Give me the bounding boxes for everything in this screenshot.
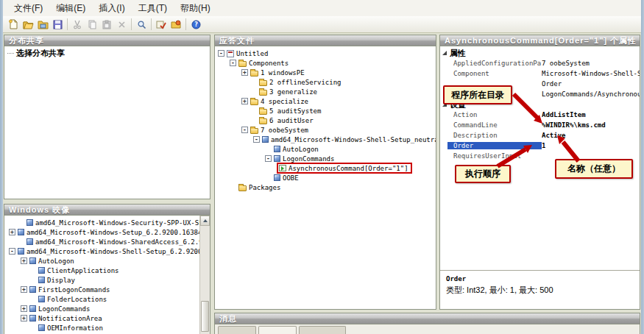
messages-tab-strip bbox=[215, 324, 640, 334]
tree-item[interactable]: +1 windowsPE bbox=[215, 68, 436, 77]
tree-item[interactable]: 5 auditSystem bbox=[215, 106, 436, 116]
messages-tab[interactable] bbox=[299, 326, 346, 334]
tree-item[interactable]: amd64_Microsoft-Windows-Security-SPP-UX-… bbox=[4, 218, 210, 227]
messages-tab[interactable] bbox=[218, 326, 256, 334]
property-label: Description bbox=[447, 132, 542, 139]
tree-item-label: Components bbox=[249, 60, 289, 67]
tree-connector bbox=[7, 53, 14, 54]
menu-tools[interactable]: 工具(T) bbox=[132, 1, 174, 16]
windows-image-scrollbar[interactable] bbox=[199, 216, 210, 334]
menu-help[interactable]: 帮助(H) bbox=[174, 1, 217, 16]
red-highlight-box: AsynchronousCommand[Order="1"] bbox=[277, 163, 412, 174]
tree-item[interactable]: 2 offlineServicing bbox=[215, 77, 436, 87]
tree-item[interactable]: amd64_Microsoft-Windows-SharedAccess_6.2… bbox=[4, 237, 210, 246]
property-row-description[interactable]: DescriptionActive bbox=[440, 130, 640, 141]
create-catalog-button[interactable] bbox=[169, 18, 183, 32]
tree-item[interactable]: -amd64_Microsoft-Windows-Shell-Setup_6.2… bbox=[4, 246, 210, 256]
collapse-toggle[interactable]: - bbox=[265, 155, 272, 162]
component-cube-icon bbox=[18, 248, 24, 255]
tree-item[interactable]: OOBE bbox=[215, 173, 436, 182]
tree-item-label: 2 offlineServicing bbox=[269, 79, 342, 86]
help-button[interactable]: ? bbox=[188, 18, 203, 32]
scrollbar-thumb[interactable] bbox=[201, 301, 209, 332]
property-value: Order bbox=[542, 80, 562, 88]
callout-text: 名称（任意） bbox=[567, 163, 620, 175]
tree-item[interactable]: 3 generalize bbox=[215, 87, 436, 96]
save-button[interactable] bbox=[50, 18, 65, 32]
expand-toggle[interactable]: + bbox=[21, 257, 27, 264]
folder-icon bbox=[250, 128, 258, 134]
collapse-toggle[interactable]: - bbox=[253, 136, 260, 143]
select-distribution-share-item[interactable]: 选择分布共享 bbox=[4, 46, 210, 57]
tree-item[interactable]: -7 oobeSystem bbox=[215, 125, 436, 135]
windows-image-title: Windows 映像 bbox=[4, 205, 70, 216]
delete-button[interactable] bbox=[114, 18, 129, 32]
section-label: 属性 bbox=[450, 48, 466, 59]
component-cube-icon bbox=[262, 136, 269, 143]
expand-toggle[interactable]: + bbox=[241, 69, 248, 76]
property-row-order[interactable]: Order1 bbox=[440, 141, 640, 151]
tree-item[interactable]: +FirstLogonCommands bbox=[4, 285, 210, 294]
tree-item[interactable]: ClientApplications bbox=[4, 266, 210, 275]
tree-item[interactable]: +AutoLogon bbox=[4, 256, 210, 266]
distribution-share-panel: 分布共享 选择分布共享 bbox=[4, 35, 210, 199]
open-image-button[interactable] bbox=[35, 18, 50, 32]
paste-button[interactable] bbox=[99, 18, 114, 32]
cut-button[interactable] bbox=[70, 18, 85, 32]
tree-item-label: 6 auditUser bbox=[269, 117, 314, 124]
tree-item[interactable]: 6 auditUser bbox=[215, 116, 436, 125]
tree-item[interactable]: -Components bbox=[215, 58, 436, 68]
messages-tab[interactable] bbox=[258, 326, 297, 334]
tree-item[interactable]: -amd64_Microsoft-Windows-Shell-Setup_neu… bbox=[215, 135, 436, 144]
tree-item[interactable]: -Untitled bbox=[215, 49, 436, 58]
property-value: 1 bbox=[542, 142, 545, 149]
tree-item-selected[interactable]: AsynchronousCommand[Order="1"] bbox=[215, 163, 436, 173]
open-folder-button[interactable] bbox=[21, 18, 35, 32]
validate-button[interactable] bbox=[154, 18, 169, 32]
copy-button[interactable] bbox=[85, 18, 99, 32]
expand-toggle[interactable]: + bbox=[21, 286, 27, 293]
search-button[interactable] bbox=[134, 18, 149, 32]
tree-item-label: Untitled bbox=[236, 50, 268, 57]
tree-item[interactable]: +NotificationArea bbox=[4, 313, 210, 323]
windows-image-body: amd64_Microsoft-Windows-Security-SPP-UX-… bbox=[4, 216, 210, 334]
tree-item[interactable]: +LogonCommands bbox=[4, 304, 210, 313]
new-file-button[interactable] bbox=[6, 18, 21, 32]
component-cube-icon bbox=[18, 229, 24, 235]
tree-item-label: amd64_Microsoft-Windows-Shell-Setup_neut… bbox=[271, 136, 436, 143]
expand-toggle[interactable]: + bbox=[21, 315, 27, 321]
tree-item[interactable]: Display bbox=[4, 275, 210, 285]
section-properties[interactable]: 属性 bbox=[440, 48, 640, 58]
menu-edit[interactable]: 编辑(E) bbox=[49, 1, 92, 16]
tree-item[interactable]: +4 specialize bbox=[215, 96, 436, 106]
tree-item[interactable]: FolderLocations bbox=[4, 294, 210, 304]
property-row-commandline[interactable]: CommandLine%WINDIR%\kms.cmd bbox=[440, 120, 640, 130]
setting-cube-icon bbox=[38, 296, 45, 302]
tree-item[interactable]: OEMInformation bbox=[4, 323, 210, 333]
collapse-toggle[interactable]: - bbox=[241, 127, 248, 133]
expand-toggle[interactable]: + bbox=[21, 305, 27, 312]
collapse-toggle[interactable]: - bbox=[218, 50, 224, 57]
answer-file-title: 应答文件 bbox=[215, 35, 255, 46]
scroll-up-button[interactable] bbox=[200, 216, 210, 226]
tree-item[interactable]: Packages bbox=[215, 182, 436, 192]
expand-toggle[interactable]: + bbox=[9, 229, 15, 235]
property-row-action[interactable]: ActionAddListItem bbox=[440, 110, 640, 120]
tree-item[interactable]: +amd64_Microsoft-Windows-Setup_6.2.9200.… bbox=[4, 227, 210, 237]
callout-text: 程序所在目录 bbox=[451, 89, 504, 102]
collapse-toggle[interactable]: - bbox=[230, 60, 236, 66]
property-row[interactable]: ComponentMicrosoft-Windows-Shell-Setup bbox=[440, 68, 640, 79]
property-label: Component bbox=[447, 70, 542, 77]
setting-cube-icon bbox=[29, 315, 36, 321]
collapse-toggle[interactable]: - bbox=[9, 248, 15, 255]
menu-file[interactable]: 文件(F) bbox=[7, 1, 49, 16]
property-row[interactable]: AppliedConfigurationPas7 oobeSystem bbox=[440, 58, 640, 68]
expand-toggle[interactable]: + bbox=[241, 98, 248, 104]
tree-item-label: AsynchronousCommand[Order="1"] bbox=[289, 165, 408, 172]
tree-item[interactable]: AutoLogon bbox=[215, 144, 436, 154]
property-description-box: Order 类型: Int32, 最小: 1, 最大: 500 bbox=[440, 270, 640, 309]
tree-item-label: OOBE bbox=[283, 174, 299, 182]
property-label: Action bbox=[447, 111, 542, 118]
menu-insert[interactable]: 插入(I) bbox=[92, 1, 131, 16]
tree-item-label: 5 auditSystem bbox=[269, 107, 321, 115]
